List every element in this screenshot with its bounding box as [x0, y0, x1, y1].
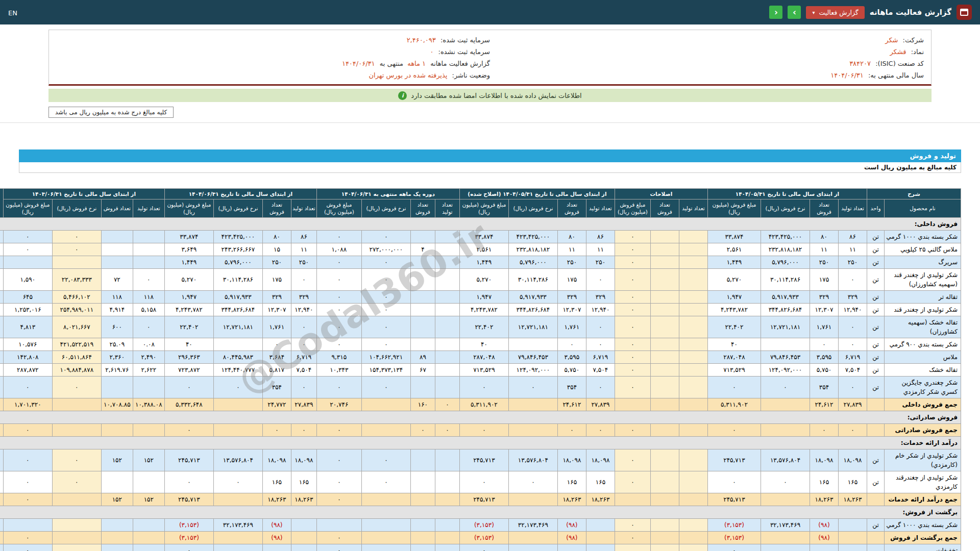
value-cell: ۰ [508, 471, 557, 493]
value-cell: ۰ [316, 230, 361, 243]
value-cell: ۴۰ [459, 338, 508, 350]
value-cell: ۱,۴۴۹ [459, 256, 508, 268]
value-cell: ۴۲۳,۴۲۵,۰۰۰ [508, 230, 557, 243]
value-cell: ۵,۷۹۶,۰۰۰ [213, 256, 262, 268]
value-cell: ۳,۶۸۴ [262, 350, 291, 363]
value-cell: ۱۶۵ [291, 471, 316, 493]
value-cell: ۰ [839, 316, 867, 338]
value-cell [679, 303, 707, 316]
report-period-label: گزارش فعالیت ماهانه [430, 60, 490, 67]
value-cell [101, 423, 133, 436]
value-cell [679, 243, 707, 256]
value-cell [679, 350, 707, 363]
value-cell [52, 398, 101, 411]
value-cell: ۰ [52, 471, 101, 493]
value-cell: ۱۳,۵۷۶,۸۰۴ [761, 449, 810, 471]
total-row: جمع فروش داخلی۲۷,۸۳۹۲۴,۶۱۲۵,۳۱۱,۹۰۲۲۷,۸۳… [0, 398, 961, 411]
value-cell [435, 350, 459, 363]
value-cell: ۸۰ [810, 230, 839, 243]
value-cell: ۱۵۲ [101, 449, 133, 471]
value-cell: ۱۲۴,۰۹۲,۰۰۰ [508, 363, 557, 376]
info-row-report-period: گزارش فعالیت ماهانه ۱ ماهه منتهی به ۱۴۰۴… [56, 58, 490, 69]
value-cell: ۳۰,۱۱۴,۲۸۶ [761, 268, 810, 290]
value-cell [410, 471, 435, 493]
value-cell: ۲۵۰ [586, 256, 615, 268]
value-cell [133, 243, 164, 256]
value-cell [101, 471, 133, 493]
chevron-right-icon: › [793, 7, 796, 17]
value-cell: ۱۱۸ [101, 290, 133, 303]
unit-cell: تن [867, 243, 885, 256]
value-cell: ۰ [52, 449, 101, 471]
value-cell: ۸۰ [557, 230, 586, 243]
prev-period-button[interactable]: ‹ [769, 6, 782, 19]
value-cell [679, 376, 707, 398]
value-cell [133, 544, 164, 551]
value-cell: ۷۲ [101, 268, 133, 290]
value-cell [361, 423, 410, 436]
value-cell [410, 338, 435, 350]
product-name-cell: تفاله خشک (سهميه کشاورزان) [885, 316, 961, 338]
value-cell: ۴۰ [707, 338, 761, 350]
product-status-cell: تولید [0, 449, 3, 471]
value-cell: ۱۰۴,۶۶۲,۹۲۱ [361, 350, 410, 363]
value-cell: ۰ [316, 471, 361, 493]
value-cell: ۱,۴۴۹ [707, 256, 761, 268]
value-cell: ۰ [615, 376, 650, 398]
product-status-cell: تولید [0, 363, 3, 376]
value-cell: ۶,۷۱۹ [839, 350, 867, 363]
value-cell: ۵,۲۷۰ [707, 268, 761, 290]
value-cell [435, 268, 459, 290]
col-header-rate-g3: نرخ فروش (ریال) [508, 199, 557, 217]
value-cell: ۰ [761, 471, 810, 493]
value-cell: (۳,۱۵۳) [164, 531, 213, 544]
value-cell [410, 449, 435, 471]
value-cell: ۰ [133, 316, 164, 338]
value-cell [839, 518, 867, 531]
unit-cell: تن [867, 256, 885, 268]
product-name-cell: ملاس گالني ۲۵ کيلويي [885, 243, 961, 256]
signature-match-bar: اطلاعات نمایش داده شده با اطلاعات امضا ش… [48, 89, 932, 102]
symbol-label: نماد: [911, 48, 924, 56]
value-cell: ۲۹۶,۳۶۳ [164, 350, 213, 363]
production-table-body: فروش داخلی:شکر بسته بندي ۱۰۰۰ گرميتن۸۶۸۰… [0, 217, 961, 551]
value-cell [435, 376, 459, 398]
value-cell [213, 493, 262, 506]
info-row-fiscal-year: سال مالی منتهی به: ۱۴۰۴/۰۶/۳۱ [490, 69, 924, 81]
value-cell: ۰ [707, 544, 761, 551]
value-cell [679, 316, 707, 338]
value-cell [679, 471, 707, 493]
value-cell: ۰ [133, 268, 164, 290]
topbar: گزارش فعالیت ماهانه گزارش فعالیت ▾ › ‹ E… [0, 0, 980, 24]
section-title-text: تولید و فروش [910, 152, 956, 160]
symbol-value: قشکر [890, 48, 906, 56]
value-cell: ۰ [361, 376, 410, 398]
value-cell: ۰ [164, 423, 213, 436]
language-en-link[interactable]: EN [8, 9, 17, 17]
unit-cell: تن [867, 268, 885, 290]
unit-cell: تن [867, 316, 885, 338]
issuer-status-label: وضعیت ناشر: [452, 71, 490, 79]
value-cell: (۳,۱۵۳) [459, 518, 508, 531]
value-cell: ۱۲۴,۴۴۰,۷۷۷ [213, 363, 262, 376]
value-cell: ۱۱ [586, 243, 615, 256]
value-cell [679, 423, 707, 436]
value-cell: ۰ [213, 471, 262, 493]
company-value[interactable]: شکر [885, 36, 898, 44]
report-type-dropdown[interactable]: گزارش فعالیت ▾ [806, 6, 864, 19]
value-cell: ۳,۵۹۵ [810, 350, 839, 363]
value-cell: ۱,۷۰۱,۳۲۰ [3, 398, 52, 411]
value-cell: ۷۱۳,۵۲۹ [459, 363, 508, 376]
value-cell: ۳۲۹ [557, 290, 586, 303]
company-info-panel: شرکت: شکر نماد: قشکر کد صنعت (ISIC): ۳۸۴… [48, 30, 932, 86]
value-cell [508, 493, 557, 506]
value-cell: ۰ [3, 230, 52, 243]
value-cell: ۰ [316, 316, 361, 338]
value-cell: ۴,۸۱۳ [3, 316, 52, 338]
section-label-cell: فروش صادراتی: [0, 411, 961, 423]
next-period-button[interactable]: › [788, 6, 801, 19]
value-cell: ۱,۰۸۸ [316, 243, 361, 256]
value-cell: ۲۴,۷۷۲ [262, 398, 291, 411]
value-cell: (۹۸) [810, 531, 839, 544]
page-title: گزارش فعالیت ماهانه [870, 8, 951, 17]
